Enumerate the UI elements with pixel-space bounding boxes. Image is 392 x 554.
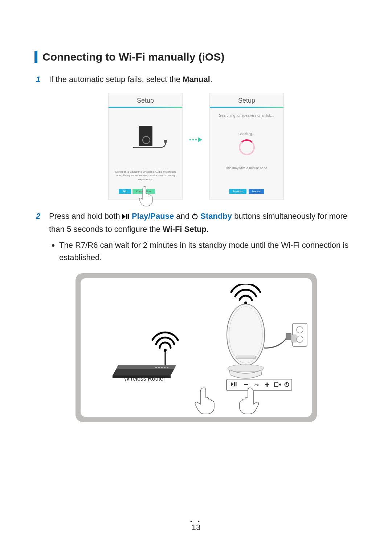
step-1: 1 If the automatic setup fails, select t… [36,73,358,86]
vol-label: VOL [253,383,260,387]
svg-point-22 [228,365,264,372]
phone-b-checking: Checking... [238,132,255,136]
step-2-t4: . [207,225,209,234]
phone-b-minute: This may take a minute or so. [225,166,268,170]
accent-bar [34,51,37,63]
transition-arrow-icon [189,136,203,143]
svg-rect-34 [266,383,268,387]
hand-pointer-icon [138,186,155,208]
svg-rect-15 [161,367,163,368]
phone-b-searching: Searching for speakers or a Hub... [219,114,274,118]
step-2-text: Press and hold both Play/Pause and Stand… [49,210,358,264]
play-pause-icon [122,211,130,223]
step-1-post: . [210,75,212,84]
svg-rect-37 [286,382,287,385]
step-2-t2: and [176,212,192,221]
diagram: Wireless Router [81,278,312,417]
step-number: 2 [36,210,49,264]
phone-a-title: Setup [109,93,182,108]
hand-press-right-icon [239,387,261,417]
svg-rect-17 [167,367,168,368]
section-heading-row: Connecting to Wi-Fi manually (iOS) [34,51,358,63]
step-2-t1: Press and hold both [49,212,122,221]
previous-button[interactable]: Previous [229,189,246,194]
svg-rect-16 [164,367,166,368]
phone-figure: Setup Connect to Samsung Wireless Audio … [34,93,358,200]
play-pause-label: Play/Pause [132,212,174,221]
plug-icon [164,140,167,143]
svg-point-11 [164,350,166,352]
cable-illustration [133,140,166,148]
svg-rect-5 [126,214,127,219]
svg-rect-6 [128,214,129,219]
wifi-setup-bold: Wi-Fi Setup [163,225,207,234]
svg-point-0 [189,139,191,140]
phone-b-title: Setup [210,93,283,108]
phone-a: Setup Connect to Samsung Wireless Audio … [108,93,183,200]
svg-point-1 [192,139,194,140]
step-2-bullet: The R7/R6 can wait for 2 minutes in its … [59,239,358,264]
spinner-icon [239,139,255,155]
svg-rect-32 [244,384,248,385]
skip-button[interactable]: Skip [119,189,131,194]
svg-point-2 [195,139,197,140]
step-1-bold: Manual [183,75,210,84]
svg-rect-21 [236,356,256,359]
svg-rect-31 [236,382,237,386]
step-2-sublist: The R7/R6 can wait for 2 minutes in its … [59,239,358,264]
hand-press-left-icon [193,387,215,417]
page-number-value: 13 [192,523,200,532]
section-heading: Connecting to Wi-Fi manually (iOS) [42,51,224,63]
svg-rect-27 [291,335,296,342]
page-number: • • 13 [0,518,392,532]
svg-rect-13 [155,367,157,368]
standby-label: Standby [200,212,232,221]
svg-rect-14 [158,367,160,368]
step-1-pre: If the automatic setup fails, select the [49,75,183,84]
svg-marker-3 [198,137,202,142]
phone-b-body: Searching for speakers or a Hub... Check… [210,108,283,200]
step-number: 1 [36,73,49,86]
step-2: 2 Press and hold both Play/Pause and Sta… [36,210,358,264]
step-1-text: If the automatic setup fails, select the… [49,73,212,86]
phone-b-button-row: Previous Manual [210,189,283,194]
router-label: Wireless Router [124,376,166,382]
svg-rect-8 [195,213,195,216]
standby-icon [192,211,198,223]
manual-button[interactable]: Manual [249,189,264,194]
svg-marker-4 [122,214,126,219]
diagram-frame: Wireless Router [75,273,317,422]
svg-rect-23 [286,333,291,340]
svg-rect-30 [234,382,235,386]
phone-b: Setup Searching for speakers or a Hub...… [209,93,284,200]
